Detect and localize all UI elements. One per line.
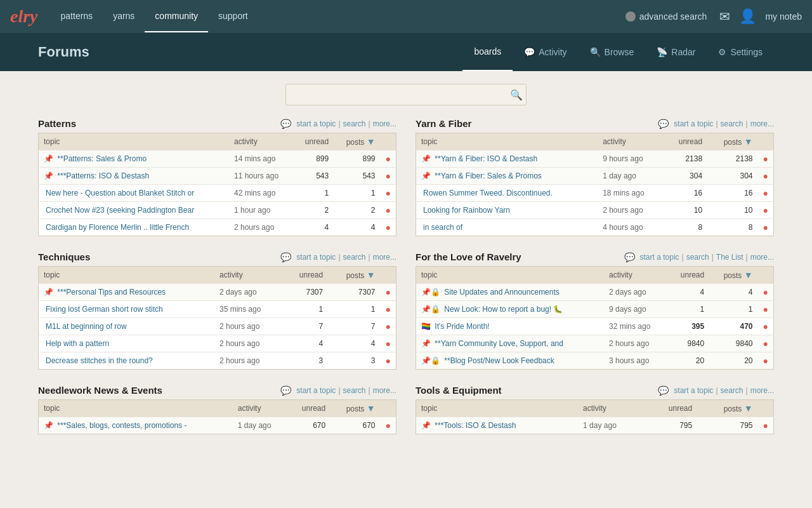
topic-link[interactable]: **Yarn & Fiber: Sales & Promos: [435, 171, 542, 180]
action-search[interactable]: search: [686, 253, 709, 262]
table-body: 📌 ***Tools: ISO & Destash 1 day ago 795 …: [416, 417, 774, 434]
sort-posts-button[interactable]: ▼: [367, 403, 376, 413]
col-topic: topic: [39, 133, 230, 150]
action-more...[interactable]: more...: [373, 386, 396, 395]
logo: elry: [10, 6, 38, 27]
unread-count: 7: [283, 318, 328, 335]
topic-link[interactable]: New here - Question about Blanket Stitch…: [46, 189, 194, 197]
chat-icon: 💬: [280, 385, 291, 396]
col-unread: unread: [645, 400, 697, 417]
unread-count: 16: [664, 185, 707, 202]
tab-boards[interactable]: boards: [462, 33, 513, 71]
action-start-a-topic[interactable]: start a topic: [674, 119, 713, 128]
table-row: M1L at beginning of row 2 hours ago 7 7 …: [39, 318, 396, 335]
search-input[interactable]: [285, 84, 527, 105]
tab-settings[interactable]: ⚙ Settings: [707, 33, 774, 71]
tab-activity[interactable]: 💬 Activity: [513, 33, 578, 71]
sort-posts-button[interactable]: ▼: [367, 137, 376, 147]
activity-cell: 2 hours ago: [604, 335, 667, 352]
posts-count: 10: [707, 202, 757, 219]
topic-link[interactable]: **Yarn Community Love, Support, and: [435, 339, 563, 348]
table-body: 📌 ***Personal Tips and Resources 2 days …: [39, 284, 396, 370]
action-start-a-topic[interactable]: start a topic: [296, 253, 336, 262]
sep: |: [716, 119, 717, 128]
table-row: 🏳️‍🌈 It's Pride Month! 32 mins ago 395 4…: [416, 318, 774, 335]
nav-bar: elry patterns yarns community support ad…: [0, 0, 812, 33]
action-The-List[interactable]: The List: [716, 253, 743, 262]
nav-support[interactable]: support: [208, 1, 258, 32]
topic-link[interactable]: M1L at beginning of row: [46, 322, 127, 331]
topic-link[interactable]: Crochet Now #23 (seeking Paddington Bear: [46, 206, 194, 215]
advanced-search-link[interactable]: advanced search: [625, 11, 707, 22]
unread-count: 304: [664, 168, 707, 185]
topic-link[interactable]: ***Sales, blogs, contests, promotions -: [57, 421, 187, 430]
action-more...[interactable]: more...: [373, 119, 396, 128]
search-button[interactable]: 🔍: [510, 89, 523, 101]
action-start-a-topic[interactable]: start a topic: [296, 386, 336, 395]
action-search[interactable]: search: [343, 253, 366, 262]
topic-link[interactable]: in search of: [423, 223, 462, 232]
topic-link[interactable]: New Look: How to report a bug! 🐛: [444, 305, 563, 314]
action-search[interactable]: search: [721, 386, 743, 395]
sort-posts-button[interactable]: ▼: [744, 270, 753, 280]
profile-icon[interactable]: 👤: [739, 8, 756, 25]
sort-posts-button[interactable]: ▼: [367, 270, 376, 280]
action-start-a-topic[interactable]: start a topic: [640, 253, 679, 262]
action-more...[interactable]: more...: [750, 253, 774, 262]
activity-cell: 1 day ago: [233, 417, 288, 434]
topic-link[interactable]: It's Pride Month!: [435, 322, 489, 331]
topic-icon: 📌🔒: [421, 356, 440, 365]
dot-cell: ●: [758, 150, 774, 168]
action-more...[interactable]: more...: [750, 119, 774, 128]
nav-support-link[interactable]: support: [208, 1, 258, 31]
sort-posts-button[interactable]: ▼: [744, 137, 753, 147]
topic-link[interactable]: Help with a pattern: [46, 339, 109, 348]
topic-link[interactable]: ***Tools: ISO & Destash: [435, 421, 516, 430]
nav-patterns-link[interactable]: patterns: [51, 1, 103, 31]
table-row: Rowen Summer Tweed. Discontinued. 18 min…: [416, 185, 774, 202]
section-header: Patterns 💬start a topic | search | more.…: [38, 118, 396, 129]
action-more...[interactable]: more...: [750, 386, 774, 395]
chat-icon: 💬: [658, 119, 669, 129]
col-activity: activity: [233, 400, 288, 417]
tab-browse[interactable]: 🔍 Browse: [579, 33, 646, 71]
unread-count: 9840: [667, 335, 709, 352]
sort-posts-button[interactable]: ▼: [744, 403, 753, 413]
nav-yarns-link[interactable]: yarns: [103, 1, 145, 31]
col-unread: unread: [288, 400, 331, 417]
action-search[interactable]: search: [343, 386, 366, 395]
topic-link[interactable]: Decrease stitches in the round?: [46, 356, 153, 365]
action-start-a-topic[interactable]: start a topic: [296, 119, 336, 128]
topic-link[interactable]: Cardigan by Florence Merlin .. little Fr…: [46, 223, 189, 232]
notebook-link[interactable]: my noteb: [765, 11, 802, 22]
topic-link[interactable]: ***Personal Tips and Resources: [57, 288, 166, 297]
tab-activity-label: Activity: [539, 47, 566, 57]
action-start-a-topic[interactable]: start a topic: [674, 386, 713, 395]
nav-patterns[interactable]: patterns: [51, 1, 103, 32]
nav-yarns[interactable]: yarns: [103, 1, 145, 32]
dot-cell: ●: [381, 284, 396, 301]
section-actions: 💬start a topic | search | more...: [280, 119, 396, 129]
sep: |: [338, 386, 340, 395]
topic-link[interactable]: **Yarn & Fiber: ISO & Destash: [435, 154, 537, 163]
topic-link[interactable]: ***Patterns: ISO & Destash: [57, 171, 149, 180]
nav-community-link[interactable]: community: [145, 1, 208, 32]
topic-link[interactable]: Looking for Rainbow Yarn: [423, 206, 510, 215]
new-dot: ●: [386, 356, 391, 366]
chat-icon: 💬: [280, 119, 291, 129]
topic-link[interactable]: Site Updates and Announcements: [444, 288, 559, 297]
nav-community[interactable]: community: [145, 1, 208, 32]
action-search[interactable]: search: [721, 119, 743, 128]
topic-cell: in search of: [416, 219, 598, 236]
topic-link[interactable]: **Patterns: Sales & Promo: [57, 154, 147, 163]
action-more...[interactable]: more...: [373, 253, 396, 262]
topic-icon: 📌: [44, 288, 53, 297]
topic-link[interactable]: Rowen Summer Tweed. Discontinued.: [423, 189, 553, 197]
topic-link[interactable]: **Blog Post/New Look Feedback: [444, 356, 554, 365]
table-row: New here - Question about Blanket Stitch…: [39, 185, 396, 202]
tab-radar[interactable]: 📡 Radar: [645, 33, 707, 71]
new-dot: ●: [763, 338, 768, 349]
action-search[interactable]: search: [343, 119, 366, 128]
messages-icon[interactable]: ✉: [719, 9, 730, 24]
topic-link[interactable]: Fixing lost German short row stitch: [46, 305, 163, 314]
